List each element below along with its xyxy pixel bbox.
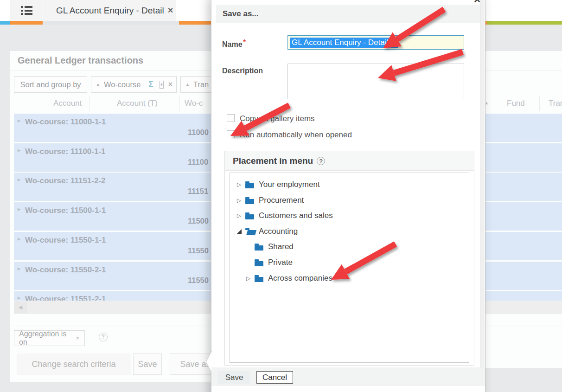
dialog-save-button[interactable]: Save [218,371,250,384]
remove-chip-icon[interactable]: × [168,80,172,89]
scroll-left-button[interactable]: ◀ [14,302,27,313]
dialog-header: Save as... [216,5,480,23]
tree-item-label: Across companies [268,274,332,283]
folder-icon [245,197,255,204]
tree-item[interactable]: Private [230,255,467,270]
tree-item[interactable]: Accounting [230,224,467,239]
tree-item-label: Procurement [259,196,304,205]
row-group-label: Wo-course: 11151-2-2 [25,176,106,186]
description-input[interactable] [287,64,464,99]
page-title: General Ledger transactions [18,55,143,66]
brand-strip-gap [43,21,179,25]
tree-item[interactable]: ▷ Customers and sales [230,208,467,223]
tree-item[interactable]: ▷ Across companies [230,271,467,286]
copy-gallery-checkbox[interactable] [227,114,235,122]
column-separator [35,96,35,111]
name-input[interactable]: GL Account Enquiry - Detail_1 [287,35,464,50]
dialog-title: Save as... [223,9,259,19]
tree-item-label: Private [268,258,293,267]
chevron-down-icon: ▼ [76,336,80,341]
brand-strip-green [487,21,562,25]
run-automatically-label[interactable]: Run automatically when opened [240,130,352,140]
row-expand-icon[interactable]: ▸ [18,294,21,301]
sort-asc-icon: ▲ [96,82,100,87]
placement-tree: ▷ Your employment ▷ Procurement ▷ Custom… [230,173,469,363]
app-window: GL Account Enquiry - Detail × General Le… [0,0,562,392]
menu-list-icon [21,6,32,15]
run-automatically-checkbox[interactable] [227,130,235,138]
aggregation-label: Aggregation is on [19,330,76,347]
tab-close-icon[interactable]: × [168,5,173,16]
row-account-value: 11000 [188,128,209,137]
row-group-label: Wo-course: 11000-1-1 [25,117,106,127]
folder-icon [245,228,255,235]
dialog-close-icon[interactable]: × [474,0,480,4]
tree-item-label: Customers and sales [259,211,333,220]
row-expand-icon[interactable]: ▸ [18,176,21,183]
required-icon: * [243,38,246,45]
tree-item[interactable]: ▷ Procurement [230,193,467,208]
chip-label: Tran [193,80,209,89]
aggregation-dropdown[interactable]: Aggregation is on ▼ [14,330,85,346]
column-header-fund[interactable]: Fund [507,94,525,113]
column-header-account[interactable]: Account [53,94,82,113]
add-column-icon[interactable]: + [160,81,164,89]
tree-caret-icon[interactable]: ▷ [237,197,245,204]
tab-gl-account-enquiry[interactable]: GL Account Enquiry - Detail × [43,0,176,21]
dialog-scrollbar[interactable] [480,0,485,367]
dialog-cancel-button[interactable]: Cancel [256,371,293,384]
chip-label: Wo-course [104,80,140,89]
help-icon[interactable]: ? [99,333,108,341]
name-value-selected: GL Account Enquiry - Detail_1 [290,38,398,48]
row-expand-icon[interactable]: ▸ [18,147,21,154]
row-group-label: Wo-course: 11500-1-1 [25,206,106,215]
tree-caret-icon[interactable]: ▷ [246,275,255,282]
brand-strip-orange [10,21,43,25]
tree-item[interactable]: Shared [230,239,467,254]
tree-item[interactable]: ▷ Your employment [230,177,467,192]
row-group-label: Wo-course: 11550-2-1 [25,265,106,275]
folder-icon [245,181,255,188]
tree-caret-icon[interactable]: ▷ [237,181,245,188]
column-header-account-t[interactable]: Account (T) [117,94,158,113]
row-expand-icon[interactable]: ▸ [18,206,21,212]
column-separator [494,96,494,111]
group-chip-wo-course[interactable]: ▲ Wo-course Σ + × [91,76,177,93]
page-save-button[interactable]: Save [133,353,162,375]
tree-item-label: Shared [268,242,294,251]
help-icon[interactable]: ? [317,157,325,165]
sum-icon[interactable]: Σ [148,80,153,89]
tab-title: GL Account Enquiry - Detail [56,6,164,16]
row-account-value: 11100 [188,158,208,167]
folder-icon [245,212,255,219]
save-as-dialog: × Save as... Name* GL Account Enquiry - … [211,0,485,392]
change-search-criteria-button[interactable]: Change search criteria [17,353,131,375]
column-header-trans[interactable]: Trans [549,94,562,113]
row-expand-icon[interactable]: ▸ [18,117,21,124]
tree-caret-icon[interactable]: ▷ [237,212,245,219]
placement-title: Placement in menu [233,156,313,166]
description-label: Description [222,67,263,75]
tree-item-label: Accounting [259,227,298,236]
row-account-value: 11550 [188,276,209,285]
row-expand-icon[interactable]: ▸ [18,235,21,242]
column-separator [89,96,90,111]
folder-icon [255,244,264,251]
row-group-label: Wo-course: 11550-1-1 [25,236,106,245]
row-group-label: Wo-course: 11100-1-1 [25,147,106,156]
sort-and-group-button[interactable]: Sort and group by [14,76,87,93]
tree-caret-icon[interactable] [237,229,245,234]
row-group-label: Wo-course: 11551-2-1 [25,295,106,301]
row-account-value: 11550 [188,246,209,255]
menu-button[interactable] [10,0,43,21]
dialog-footer: Save Cancel [211,367,485,386]
placement-header: Placement in menu ? [225,151,474,171]
folder-icon [255,275,264,282]
brand-strip-blue [0,21,10,25]
copy-gallery-label[interactable]: Copy all gallery items [240,114,315,123]
name-label: Name* [222,38,246,49]
tree-item-label: Your employment [259,180,320,189]
column-header-wo-course[interactable]: Wo-c [185,94,203,113]
row-expand-icon[interactable]: ▸ [18,265,21,272]
column-separator [539,96,540,111]
